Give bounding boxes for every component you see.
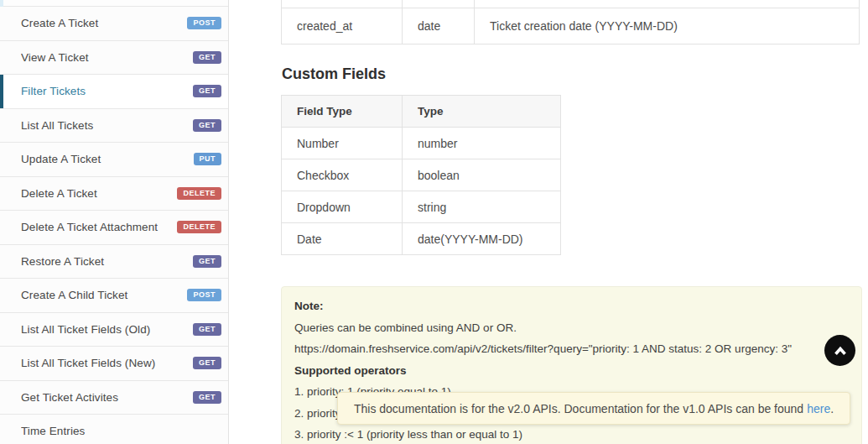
table-header-row: Field Type Type	[282, 96, 561, 128]
sidebar-item-delete-a-ticket-attachment[interactable]: Delete A Ticket Attachment DELETE	[0, 211, 228, 245]
method-badge-get: GET	[193, 119, 221, 132]
main-content: created_at date Ticket creation date (YY…	[281, 0, 861, 444]
sidebar-item-label: Delete A Ticket Attachment	[21, 221, 177, 233]
sidebar-item-list-all-tickets[interactable]: List All Tickets GET	[0, 109, 228, 144]
attr-type-cell: date	[403, 8, 475, 44]
note-example-url: https://domain.freshservice.com/api/v2/t…	[294, 338, 848, 360]
note-operator-item: 3. priority :< 1 (priority less than or …	[294, 424, 848, 444]
table-row-clipped	[282, 0, 860, 8]
custom-fields-heading: Custom Fields	[282, 65, 386, 83]
table-row: Checkbox boolean	[282, 159, 561, 191]
sidebar-item-label: Restore A Ticket	[21, 255, 193, 268]
note-operators-title: Supported operators	[294, 360, 848, 382]
sidebar-item-label: Delete A Ticket	[21, 187, 177, 200]
sidebar-item-label: Filter Tickets	[21, 85, 193, 97]
sidebar-item-create-a-child-ticket[interactable]: Create A Child Ticket POST	[0, 279, 228, 313]
method-badge-get: GET	[193, 357, 221, 369]
sidebar-item-label: View A Ticket	[21, 51, 193, 64]
method-badge-post: POST	[187, 17, 221, 29]
sidebar-item-update-a-ticket[interactable]: Update A Ticket PUT	[0, 143, 228, 177]
method-badge-get: GET	[193, 323, 221, 336]
banner-text-period: .	[830, 402, 834, 415]
v1-docs-link[interactable]: here	[807, 402, 830, 415]
sidebar-item-filter-tickets[interactable]: Filter Tickets GET	[0, 75, 228, 109]
version-notice-banner: This documentation is for the v2.0 APIs.…	[337, 392, 850, 425]
api-docs-page: Create A Ticket POST View A Ticket GET F…	[0, 0, 868, 444]
column-header-field-type: Field Type	[282, 96, 403, 128]
custom-fields-table: Field Type Type Number number Checkbox b…	[281, 95, 561, 255]
method-badge-get: GET	[193, 85, 221, 97]
sidebar-item-list-all-ticket-fields-old[interactable]: List All Ticket Fields (Old) GET	[0, 313, 228, 347]
sidebar-endpoints-nav: Create A Ticket POST View A Ticket GET F…	[0, 0, 229, 444]
sidebar-item-time-entries[interactable]: Time Entries	[0, 415, 228, 444]
sidebar-item-view-a-ticket[interactable]: View A Ticket GET	[0, 41, 228, 76]
sidebar-clipped-row	[0, 0, 228, 7]
note-combine-line: Queries can be combined using AND or OR.	[294, 317, 848, 339]
sidebar-item-label: Get Ticket Activites	[21, 391, 193, 404]
method-badge-delete: DELETE	[177, 187, 221, 200]
table-row: Number number	[282, 128, 561, 159]
method-badge-delete: DELETE	[177, 221, 221, 233]
sidebar-item-get-ticket-activites[interactable]: Get Ticket Activites GET	[0, 381, 228, 415]
sidebar-item-delete-a-ticket[interactable]: Delete A Ticket DELETE	[0, 177, 228, 212]
method-badge-get: GET	[193, 255, 221, 268]
method-badge-get: GET	[193, 391, 221, 404]
attr-description-cell: Ticket creation date (YYYY-MM-DD)	[475, 8, 860, 44]
scroll-to-top-button[interactable]	[824, 335, 855, 366]
note-label: Note:	[294, 295, 848, 317]
sidebar-item-restore-a-ticket[interactable]: Restore A Ticket GET	[0, 245, 228, 279]
column-header-type: Type	[403, 96, 561, 128]
sidebar-item-list-all-ticket-fields-new[interactable]: List All Ticket Fields (New) GET	[0, 347, 228, 381]
chevron-up-icon	[831, 342, 850, 360]
sidebar-item-label: Update A Ticket	[21, 153, 194, 165]
method-badge-put: PUT	[194, 153, 222, 165]
banner-text: This documentation is for the v2.0 APIs.…	[354, 402, 803, 415]
method-badge-post: POST	[187, 289, 221, 301]
attr-field-cell: created_at	[282, 8, 403, 44]
table-row: Date date(YYYY-MM-DD)	[282, 223, 561, 255]
sidebar-item-label: List All Tickets	[21, 119, 193, 132]
sidebar-item-label: Create A Ticket	[21, 17, 187, 29]
table-row: Dropdown string	[282, 191, 561, 223]
method-badge-get: GET	[193, 51, 221, 64]
sidebar-item-label: List All Ticket Fields (New)	[21, 357, 193, 369]
table-row-created-at: created_at date Ticket creation date (YY…	[282, 8, 860, 44]
sidebar-item-create-a-ticket[interactable]: Create A Ticket POST	[0, 7, 228, 41]
ticket-attributes-table: created_at date Ticket creation date (YY…	[281, 0, 860, 44]
sidebar-item-label: Time Entries	[21, 425, 221, 437]
sidebar-item-label: List All Ticket Fields (Old)	[21, 323, 193, 336]
sidebar-item-label: Create A Child Ticket	[21, 289, 187, 301]
